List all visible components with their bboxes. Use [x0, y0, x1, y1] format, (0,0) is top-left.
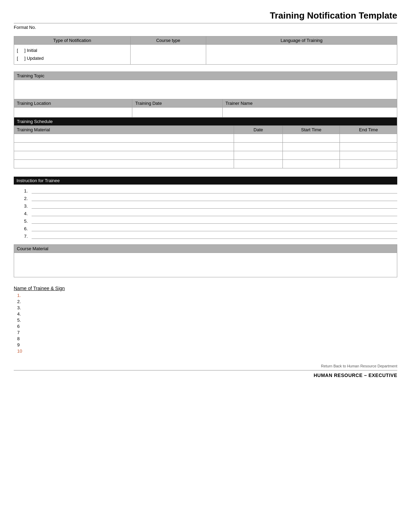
date-cell	[234, 143, 283, 151]
instruction-item: 3.	[24, 203, 397, 209]
date-header: Training Date	[132, 99, 223, 107]
footer-text: HUMAN RESOURCE – EXECUTIVE	[314, 373, 397, 378]
trainee-item: 3.	[17, 305, 397, 310]
training-topic-header: Training Topic	[14, 72, 397, 80]
material-header-start: Start Time	[283, 126, 340, 134]
trainee-item: 1.	[17, 293, 397, 298]
instruction-line	[32, 233, 397, 239]
end-cell	[340, 151, 397, 159]
notification-body: [ ] Initial [ ] Updated	[14, 45, 130, 64]
date-cell	[234, 134, 283, 142]
training-topic-body	[14, 80, 397, 99]
trainee-item: 6	[17, 324, 397, 329]
date-data	[132, 108, 223, 117]
instruction-item: 5.	[24, 218, 397, 224]
language-body	[206, 45, 397, 62]
trainer-data	[223, 108, 397, 117]
start-cell	[283, 143, 340, 151]
course-type-box: Course type	[131, 36, 206, 65]
language-header: Language of Training	[206, 36, 397, 45]
instruction-num: 4.	[24, 211, 32, 216]
format-no-label: Format No.	[14, 25, 36, 30]
format-no: Format No.	[14, 23, 397, 30]
return-line: Return Back to Human Resource Department	[14, 364, 397, 368]
instruction-num: 3.	[24, 203, 32, 209]
trainee-item: 2.	[17, 299, 397, 304]
course-material-header: Course Material	[14, 245, 397, 253]
end-cell	[340, 143, 397, 151]
instruction-item: 1.	[24, 188, 397, 193]
language-box: Language of Training	[206, 36, 397, 65]
instruction-num: 1.	[24, 188, 32, 193]
course-material-body	[14, 253, 397, 277]
instruction-line	[32, 218, 397, 224]
trainee-title: Name of Trainee & Sign	[14, 286, 397, 291]
page-title: Training Notification Template	[14, 10, 397, 21]
material-cell	[14, 160, 234, 168]
material-cell	[14, 151, 234, 159]
material-data-row	[14, 151, 397, 159]
material-header-date: Date	[234, 126, 283, 134]
location-header-row: Training Location Training Date Trainer …	[14, 99, 397, 107]
schedule-rows	[14, 134, 397, 168]
instruction-line	[32, 203, 397, 209]
trainee-item: 4.	[17, 311, 397, 317]
instruction-line	[32, 196, 397, 201]
instruction-item: 7.	[24, 233, 397, 239]
updated-row: [ ] Updated	[17, 54, 127, 62]
training-topic-section: Training Topic Training Location Trainin…	[14, 71, 397, 168]
location-data-row	[14, 107, 397, 117]
location-data	[14, 108, 132, 117]
trainee-item: 8	[17, 336, 397, 341]
trainee-section: Name of Trainee & Sign 1.2.3.4.5.678910	[14, 286, 397, 354]
material-header-main: Training Material	[14, 126, 234, 134]
trainee-item: 9	[17, 342, 397, 347]
material-header-end: End Time	[340, 126, 397, 134]
instruction-line	[32, 188, 397, 193]
material-cell	[14, 143, 234, 151]
material-data-row	[14, 159, 397, 168]
instruction-list: 1.2.3.4.5.6.7.	[14, 188, 397, 239]
end-cell	[340, 160, 397, 168]
start-cell	[283, 134, 340, 142]
material-cell	[14, 134, 234, 142]
instruction-header: Instruction for Trainee	[14, 177, 397, 185]
schedule-header: Training Schedule	[14, 117, 397, 125]
location-header: Training Location	[14, 99, 132, 107]
material-data-row	[14, 134, 397, 142]
instruction-num: 6.	[24, 226, 32, 231]
instruction-num: 2.	[24, 196, 32, 201]
trainee-item: 5.	[17, 318, 397, 323]
start-cell	[283, 160, 340, 168]
material-header-row: Training Material Date Start Time End Ti…	[14, 125, 397, 134]
date-cell	[234, 151, 283, 159]
top-section: Type of Notification [ ] Initial [ ] Upd…	[14, 36, 397, 65]
footer: HUMAN RESOURCE – EXECUTIVE	[14, 370, 397, 378]
course-type-header: Course type	[131, 36, 206, 45]
instruction-line	[32, 211, 397, 216]
updated-label: Updated	[27, 56, 44, 61]
notification-header: Type of Notification	[14, 36, 130, 45]
initial-row: [ ] Initial	[17, 46, 127, 54]
instruction-num: 5.	[24, 219, 32, 224]
return-text: Return Back to Human Resource Department	[321, 364, 397, 368]
initial-label: Initial	[27, 48, 37, 53]
instruction-section: Instruction for Trainee 1.2.3.4.5.6.7.	[14, 177, 397, 239]
trainee-item: 7	[17, 330, 397, 335]
material-data-row	[14, 142, 397, 151]
instruction-line	[32, 226, 397, 231]
trainee-list: 1.2.3.4.5.678910	[14, 293, 397, 354]
notification-box: Type of Notification [ ] Initial [ ] Upd…	[14, 36, 131, 65]
instruction-num: 7.	[24, 234, 32, 239]
instruction-item: 4.	[24, 211, 397, 216]
instruction-item: 6.	[24, 226, 397, 231]
start-cell	[283, 151, 340, 159]
date-cell	[234, 160, 283, 168]
trainee-item: 10	[17, 348, 397, 354]
instruction-item: 2.	[24, 196, 397, 201]
course-type-body	[131, 45, 206, 62]
course-material-section: Course Material	[14, 244, 397, 277]
trainer-header: Trainer Name	[223, 99, 397, 107]
end-cell	[340, 134, 397, 142]
